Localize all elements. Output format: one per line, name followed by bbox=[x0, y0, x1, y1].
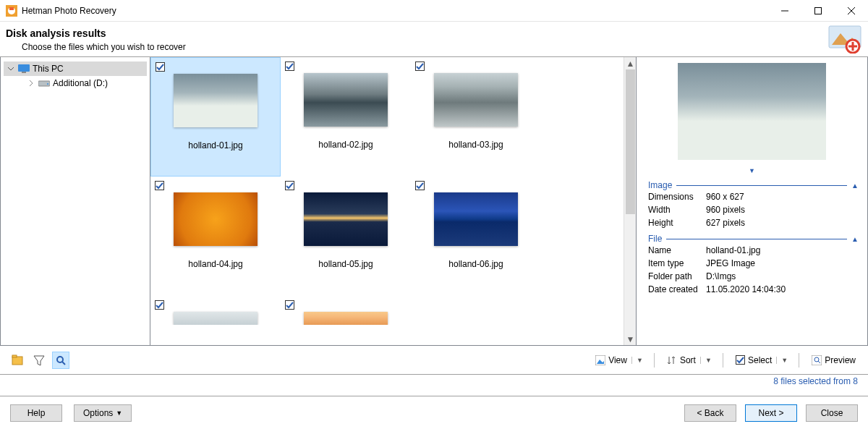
page-title: Disk analysis results bbox=[6, 27, 856, 39]
help-button[interactable]: Help bbox=[10, 404, 62, 422]
thumbnail-checkbox[interactable] bbox=[415, 61, 425, 71]
body-area: This PC Additional (D:) holland-01.jpgho… bbox=[0, 56, 868, 346]
chevron-right-icon[interactable] bbox=[27, 80, 35, 87]
svg-rect-21 bbox=[416, 182, 425, 190]
thumbnail-image bbox=[174, 74, 258, 127]
page-header: Disk analysis results Choose the files w… bbox=[0, 22, 868, 58]
collapse-icon[interactable]: ▼ bbox=[644, 166, 860, 176]
section-title: File bbox=[644, 234, 662, 244]
svg-point-27 bbox=[57, 357, 63, 362]
svg-rect-18 bbox=[416, 62, 425, 71]
thumbnail-image bbox=[174, 192, 258, 246]
thumbnail-item[interactable]: holland-03.jpg bbox=[411, 57, 541, 177]
minimize-button[interactable] bbox=[768, 0, 801, 22]
chevron-down-icon: ▼ bbox=[116, 409, 122, 417]
thumbnail-image bbox=[434, 192, 518, 246]
tree-item-label: This PC bbox=[33, 64, 144, 74]
recover-button[interactable] bbox=[9, 352, 26, 369]
thumbnail-checkbox[interactable] bbox=[415, 181, 425, 190]
window-title: Hetman Photo Recovery bbox=[22, 6, 768, 16]
next-label: Next > bbox=[758, 408, 783, 418]
tree-item-this-pc[interactable]: This PC bbox=[4, 61, 147, 76]
preview-toggle[interactable]: Preview bbox=[807, 352, 859, 369]
scroll-down-button[interactable]: ▼ bbox=[624, 333, 637, 345]
property-value: 627 pixels bbox=[706, 218, 745, 228]
chevron-down-icon[interactable] bbox=[7, 65, 15, 72]
help-label: Help bbox=[27, 408, 46, 418]
svg-marker-26 bbox=[34, 356, 44, 365]
thumbnail-item[interactable]: holland-06.jpg bbox=[411, 177, 541, 296]
chevron-down-icon[interactable]: ▼ bbox=[776, 357, 788, 364]
svg-rect-24 bbox=[12, 357, 22, 365]
property-key: Item type bbox=[648, 258, 706, 268]
select-dropdown[interactable]: Select ▼ bbox=[731, 352, 791, 369]
thumbnail-filename: holland-04.jpg bbox=[188, 259, 242, 269]
tree-item-additional-d[interactable]: Additional (D:) bbox=[4, 76, 147, 90]
property-value: holland-01.jpg bbox=[706, 245, 760, 255]
svg-rect-17 bbox=[286, 62, 294, 71]
thumbnail-filename: holland-01.jpg bbox=[188, 140, 242, 150]
checkbox-icon bbox=[736, 355, 745, 365]
chevron-down-icon[interactable]: ▼ bbox=[700, 357, 712, 364]
property-row: Nameholland-01.jpg bbox=[644, 244, 860, 257]
property-value: 960 pixels bbox=[706, 205, 745, 215]
search-button[interactable] bbox=[52, 352, 69, 369]
thumbnail-checkbox[interactable] bbox=[155, 181, 164, 190]
thumbnail-checkbox[interactable] bbox=[285, 181, 294, 190]
thumbnail-image bbox=[304, 192, 388, 246]
thumbnail-filename: holland-06.jpg bbox=[448, 259, 503, 269]
property-key: Height bbox=[648, 218, 706, 228]
thumbnail-checkbox[interactable] bbox=[285, 300, 294, 310]
property-key: Folder path bbox=[648, 271, 706, 281]
monitor-icon bbox=[18, 64, 30, 73]
back-button[interactable]: < Back bbox=[684, 404, 736, 422]
scroll-up-button[interactable]: ▲ bbox=[624, 57, 637, 69]
property-value: D:\Imgs bbox=[706, 271, 736, 281]
thumbnail-item[interactable]: holland-01.jpg bbox=[150, 57, 281, 177]
section-image-header[interactable]: Image ▲ bbox=[644, 180, 860, 190]
thumbnail-checkbox[interactable] bbox=[155, 300, 164, 310]
close-button[interactable]: Close bbox=[806, 404, 858, 422]
thumbnail-checkbox[interactable] bbox=[285, 61, 294, 71]
thumbnail-item[interactable]: holland-05.jpg bbox=[281, 177, 411, 296]
next-button[interactable]: Next > bbox=[745, 404, 797, 422]
property-value: 11.05.2020 14:04:30 bbox=[706, 284, 786, 294]
thumbnail-image bbox=[174, 312, 258, 325]
svg-point-15 bbox=[47, 83, 48, 85]
chevron-up-icon[interactable]: ▲ bbox=[851, 182, 860, 190]
view-dropdown[interactable]: View ▼ bbox=[590, 352, 647, 369]
close-window-button[interactable] bbox=[835, 0, 868, 22]
thumbnail-item[interactable]: holland-02.jpg bbox=[281, 57, 411, 177]
svg-rect-25 bbox=[12, 355, 17, 357]
folder-tree[interactable]: This PC Additional (D:) bbox=[0, 57, 150, 346]
property-value: 960 x 627 bbox=[706, 192, 744, 202]
thumbnail-checkbox[interactable] bbox=[156, 62, 165, 72]
chevron-up-icon[interactable]: ▲ bbox=[851, 235, 860, 243]
app-icon bbox=[6, 5, 17, 17]
maximize-button[interactable] bbox=[801, 0, 835, 22]
svg-rect-22 bbox=[156, 301, 164, 310]
thumbnail-grid[interactable]: holland-01.jpgholland-02.jpgholland-03.j… bbox=[150, 57, 624, 345]
thumbnail-item[interactable] bbox=[281, 296, 411, 325]
svg-rect-13 bbox=[22, 72, 26, 73]
vertical-scrollbar[interactable]: ▲ ▼ bbox=[624, 57, 636, 345]
thumbnail-item[interactable]: holland-04.jpg bbox=[150, 177, 281, 296]
thumbnail-image bbox=[304, 312, 388, 325]
property-row: Width960 pixels bbox=[644, 203, 860, 216]
view-label: View bbox=[608, 355, 627, 365]
scroll-thumb[interactable] bbox=[626, 69, 635, 214]
sort-dropdown[interactable]: Sort ▼ bbox=[662, 352, 715, 369]
thumbnail-image bbox=[434, 73, 518, 127]
chevron-down-icon[interactable]: ▼ bbox=[631, 357, 643, 364]
section-file-header[interactable]: File ▲ bbox=[644, 234, 860, 244]
property-row: Folder pathD:\Imgs bbox=[644, 270, 860, 283]
property-value: JPEG Image bbox=[706, 258, 755, 268]
svg-rect-4 bbox=[815, 7, 822, 14]
svg-rect-16 bbox=[156, 63, 165, 72]
options-button[interactable]: Options▼ bbox=[74, 404, 132, 422]
back-label: < Back bbox=[697, 408, 723, 418]
app-logo bbox=[827, 25, 862, 54]
thumbnail-item[interactable] bbox=[150, 296, 281, 325]
toolbar: View ▼ Sort ▼ Select ▼ Preview bbox=[0, 346, 868, 375]
filter-button[interactable] bbox=[30, 352, 48, 369]
